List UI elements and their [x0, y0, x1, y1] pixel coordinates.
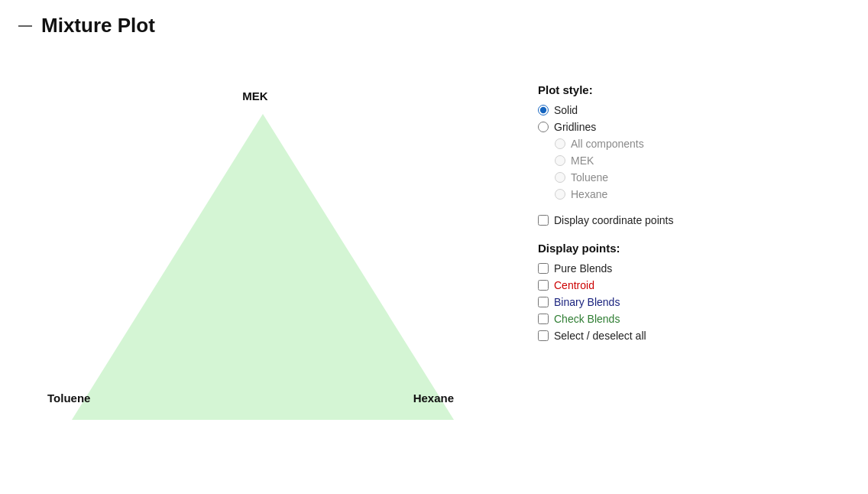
radio-hexane[interactable]: Hexane — [555, 188, 850, 200]
centroid-label: Centroid — [554, 279, 594, 291]
display-points-section: Display points: Pure Blends Centroid Bin… — [538, 242, 850, 342]
radio-solid[interactable]: Solid — [538, 104, 850, 116]
checkbox-display-coord-input[interactable] — [538, 215, 549, 226]
triangle-svg — [64, 106, 462, 427]
checkbox-centroid-input[interactable] — [538, 280, 549, 291]
display-coord-label: Display coordinate points — [554, 214, 673, 226]
checkbox-pure-blends[interactable]: Pure Blends — [538, 262, 850, 275]
radio-toluene[interactable]: Toluene — [555, 171, 850, 184]
page-header: — Mixture Plot — [0, 0, 868, 45]
select-deselect-label: Select / deselect all — [554, 330, 646, 342]
svg-marker-0 — [72, 114, 454, 420]
main-content: MEK Toluene Hexane Plot style: Solid Gri… — [0, 45, 868, 443]
page-title: Mixture Plot — [41, 14, 155, 37]
label-hexane: Hexane — [413, 392, 454, 405]
display-points-group: Pure Blends Centroid Binary Blends Check… — [538, 262, 850, 342]
checkbox-select-deselect-input[interactable] — [538, 330, 549, 341]
radio-gridlines[interactable]: Gridlines — [538, 121, 850, 133]
checkbox-binary-blends[interactable]: Binary Blends — [538, 296, 850, 308]
checkbox-check-blends-input[interactable] — [538, 314, 549, 324]
display-points-title: Display points: — [538, 242, 850, 255]
radio-solid-input[interactable] — [538, 105, 549, 115]
radio-mek[interactable]: MEK — [555, 154, 850, 167]
radio-mek-input[interactable] — [555, 155, 565, 166]
label-toluene: Toluene — [47, 392, 90, 405]
radio-all-components-input[interactable] — [555, 138, 565, 149]
pure-blends-label: Pure Blends — [554, 262, 612, 275]
checkbox-select-deselect[interactable]: Select / deselect all — [538, 330, 850, 342]
checkbox-display-coord[interactable]: Display coordinate points — [538, 214, 850, 226]
radio-all-components[interactable]: All components — [555, 138, 850, 150]
checkbox-binary-blends-input[interactable] — [538, 297, 549, 307]
checkbox-check-blends[interactable]: Check Blends — [538, 313, 850, 325]
radio-toluene-input[interactable] — [555, 172, 565, 183]
radio-gridlines-input[interactable] — [538, 122, 549, 132]
binary-blends-label: Binary Blends — [554, 296, 620, 308]
label-mek: MEK — [242, 89, 267, 102]
radio-hexane-input[interactable] — [555, 189, 565, 200]
radio-mek-label: MEK — [571, 154, 594, 167]
controls-panel: Plot style: Solid Gridlines All componen… — [538, 45, 850, 356]
mixture-plot-area: MEK Toluene Hexane — [18, 45, 507, 443]
radio-gridlines-label: Gridlines — [554, 121, 596, 133]
radio-solid-label: Solid — [554, 104, 578, 116]
radio-toluene-label: Toluene — [571, 171, 608, 184]
header-dash: — — [18, 18, 32, 34]
checkbox-centroid[interactable]: Centroid — [538, 279, 850, 291]
plot-style-radio-group: Solid Gridlines All components MEK Tolue… — [538, 104, 850, 200]
checkbox-pure-blends-input[interactable] — [538, 263, 549, 274]
radio-hexane-label: Hexane — [571, 188, 607, 200]
plot-style-title: Plot style: — [538, 83, 850, 96]
check-blends-label: Check Blends — [554, 313, 620, 325]
radio-all-components-label: All components — [571, 138, 644, 150]
